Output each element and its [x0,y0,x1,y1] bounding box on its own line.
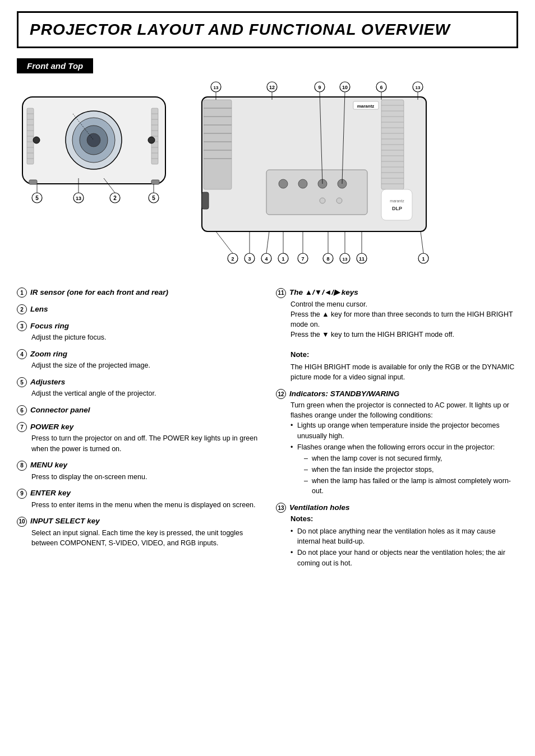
item-7-label: POWER key [30,423,73,431]
item-12: 12 Indicators: STANDBY/WARING Turn green… [276,389,518,496]
svg-text:7: 7 [301,256,304,262]
svg-rect-76 [381,189,412,220]
item-2-num: 2 [17,304,27,314]
item-11-label: The ▲/▼/◄/▶ keys [289,287,358,296]
svg-text:2: 2 [113,195,117,201]
item-10-label: INPUT SELECT key [30,517,100,525]
svg-text:marantz: marantz [357,104,375,109]
content-columns: 1 IR sensor (one for each front and rear… [17,287,518,575]
svg-rect-29 [151,180,159,184]
svg-text:13: 13 [76,196,81,201]
item-8-desc: Press to display the on-screen menu. [31,472,259,482]
svg-text:13: 13 [343,257,348,262]
item-12-label: Indicators: STANDBY/WARING [289,389,399,398]
svg-point-27 [148,137,155,143]
svg-rect-79 [202,192,209,209]
svg-text:11: 11 [359,256,365,262]
item-3-label: Focus ring [30,322,69,330]
item-8-label: MENU key [30,461,67,469]
item-4: 4 Zoom ring Adjust the size of the proje… [17,349,259,370]
svg-text:DLP: DLP [392,206,402,211]
item-1-label: IR sensor (one for each front and rear) [30,288,168,296]
item-12-num: 12 [276,389,286,399]
item-7-num: 7 [17,422,27,432]
item-9-label: ENTER key [30,489,71,497]
item-11-note-title: Note: [290,350,518,360]
item-4-label: Zoom ring [30,350,67,358]
item-3-desc: Adjust the picture focus. [31,332,259,342]
item-13-bullet-2: Do not place your hand or objects near t… [290,548,518,568]
item-10-desc: Select an input signal. Each time the ke… [31,528,259,548]
section-label: Front and Top [17,58,93,73]
svg-text:marantz: marantz [390,199,404,203]
svg-text:5: 5 [152,195,155,201]
item-12-sub-2: when the fan inside the projector stops, [304,465,518,475]
svg-point-70 [279,179,288,188]
item-11-line3: Press the ▼ key to turn the HIGH BRIGHT … [290,330,518,340]
item-2-label: Lens [30,305,48,313]
item-8-num: 8 [17,461,27,471]
svg-point-75 [336,198,342,203]
diagram-area: 5 13 2 5 [17,80,518,271]
svg-text:4: 4 [265,256,268,262]
item-5-label: Adjusters [30,378,65,386]
svg-text:12: 12 [269,85,275,90]
svg-text:1: 1 [422,256,425,262]
right-column: 11 The ▲/▼/◄/▶ keys Control the menu cur… [276,287,518,575]
item-7: 7 POWER key Press to turn the projector … [17,422,259,453]
svg-text:3: 3 [248,256,251,262]
item-6-num: 6 [17,405,27,415]
item-1-num: 1 [17,287,27,298]
svg-point-71 [298,179,307,188]
item-3-num: 3 [17,321,27,331]
item-13-label: Ventilation holes [289,503,350,512]
item-11-line1: Control the menu cursor. [290,299,518,309]
item-3: 3 Focus ring Adjust the picture focus. [17,321,259,342]
item-11-line2: Press the ▲ key for more than three seco… [290,309,518,330]
svg-point-26 [33,137,40,143]
item-13-desc: Notes: Do not place anything near the ve… [290,514,518,568]
item-13-num: 13 [276,503,286,513]
item-8: 8 MENU key Press to display the on-scree… [17,461,259,482]
svg-text:1: 1 [282,256,284,262]
item-11-note-text: The HIGH BRIGHT mode is available for on… [290,362,518,382]
svg-line-100 [216,231,233,253]
item-13-bullets: Do not place anything near the ventilati… [290,526,518,568]
projector-top-diagram: marantz marantz DLP [185,80,518,271]
page-title: PROJECTOR LAYOUT AND FUNCTIONAL OVERVIEW [30,21,505,39]
svg-line-106 [266,231,269,253]
svg-text:10: 10 [342,85,348,90]
item-10: 10 INPUT SELECT key Select an input sign… [17,517,259,548]
svg-rect-61 [204,100,232,189]
item-6: 6 Connector panel [17,405,259,415]
svg-rect-28 [29,180,37,184]
svg-text:8: 8 [326,256,329,262]
item-1: 1 IR sensor (one for each front and rear… [17,287,259,298]
svg-text:2: 2 [231,256,234,262]
item-13: 13 Ventilation holes Notes: Do not place… [276,503,518,568]
projector-front-diagram: 5 13 2 5 [17,80,174,203]
page-header: PROJECTOR LAYOUT AND FUNCTIONAL OVERVIEW [17,11,518,48]
item-12-subbullets: when the lamp cover is not secured firml… [297,453,518,497]
item-9-num: 9 [17,489,27,499]
item-12-sub-1: when the lamp cover is not secured firml… [304,453,518,463]
svg-rect-69 [266,170,367,215]
item-9: 9 ENTER key Press to enter items in the … [17,489,259,510]
item-4-desc: Adjust the size of the projected image. [31,360,259,370]
item-2: 2 Lens [17,304,259,314]
item-12-sub-3: when the lamp has failed or the lamp is … [304,476,518,496]
item-12-bullet-2: Flashes orange when the following errors… [290,442,518,497]
item-11-num: 11 [276,288,286,298]
item-4-num: 4 [17,349,27,359]
item-5-num: 5 [17,377,27,387]
item-12-bullets: Lights up orange when temperature inside… [290,420,518,496]
svg-text:13: 13 [214,85,219,90]
svg-line-124 [421,231,423,253]
item-5: 5 Adjusters Adjust the vertical angle of… [17,377,259,398]
item-5-desc: Adjust the vertical angle of the project… [31,388,259,398]
svg-text:5: 5 [35,195,39,201]
item-13-bullet-1: Do not place anything near the ventilati… [290,526,518,546]
left-column: 1 IR sensor (one for each front and rear… [17,287,259,575]
item-9-desc: Press to enter items in the menu when th… [31,500,259,510]
item-6-label: Connector panel [30,406,90,414]
